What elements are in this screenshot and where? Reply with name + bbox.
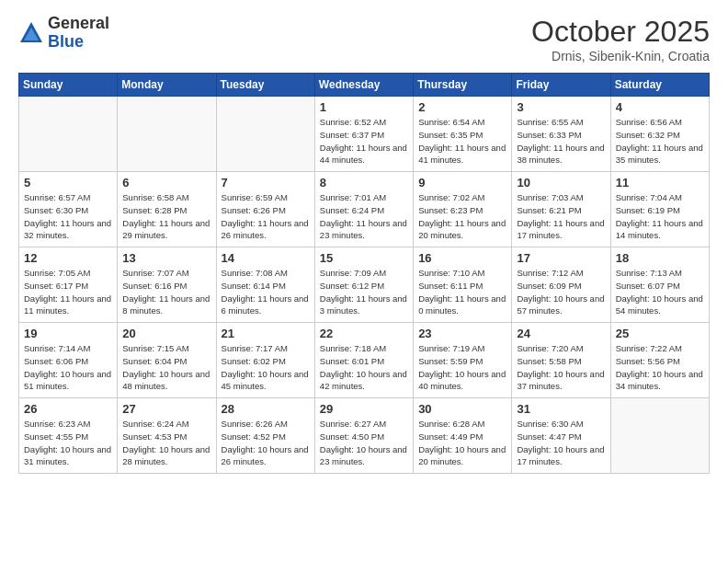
day-info: Sunrise: 7:19 AM Sunset: 5:59 PM Dayligh… — [418, 342, 506, 393]
calendar-cell: 19Sunrise: 7:14 AM Sunset: 6:06 PM Dayli… — [19, 323, 118, 398]
calendar-cell: 11Sunrise: 7:04 AM Sunset: 6:19 PM Dayli… — [610, 172, 709, 247]
day-number: 1 — [320, 100, 408, 114]
day-info: Sunrise: 7:04 AM Sunset: 6:19 PM Dayligh… — [616, 191, 704, 242]
calendar-table: SundayMondayTuesdayWednesdayThursdayFrid… — [18, 73, 710, 474]
day-info: Sunrise: 6:52 AM Sunset: 6:37 PM Dayligh… — [320, 116, 408, 167]
day-number: 29 — [320, 402, 408, 416]
calendar-cell: 26Sunrise: 6:23 AM Sunset: 4:55 PM Dayli… — [19, 398, 118, 474]
weekday-header-row: SundayMondayTuesdayWednesdayThursdayFrid… — [19, 74, 710, 97]
day-info: Sunrise: 6:24 AM Sunset: 4:53 PM Dayligh… — [122, 418, 210, 468]
day-number: 5 — [24, 176, 112, 190]
week-row-4: 19Sunrise: 7:14 AM Sunset: 6:06 PM Dayli… — [19, 323, 710, 398]
day-info: Sunrise: 6:23 AM Sunset: 4:55 PM Dayligh… — [24, 418, 112, 468]
location: Drnis, Sibenik-Knin, Croatia — [531, 49, 710, 63]
day-number: 8 — [320, 176, 408, 190]
calendar-cell: 17Sunrise: 7:12 AM Sunset: 6:09 PM Dayli… — [512, 247, 610, 323]
day-info: Sunrise: 7:13 AM Sunset: 6:07 PM Dayligh… — [616, 267, 704, 317]
calendar-cell: 6Sunrise: 6:58 AM Sunset: 6:28 PM Daylig… — [118, 172, 216, 247]
day-info: Sunrise: 6:28 AM Sunset: 4:49 PM Dayligh… — [418, 418, 506, 468]
weekday-header-saturday: Saturday — [610, 74, 709, 97]
week-row-3: 12Sunrise: 7:05 AM Sunset: 6:17 PM Dayli… — [19, 247, 710, 323]
day-number: 25 — [616, 327, 704, 340]
header: General Blue October 2025 Drnis, Sibenik… — [18, 15, 710, 63]
week-row-1: 1Sunrise: 6:52 AM Sunset: 6:37 PM Daylig… — [19, 97, 710, 172]
calendar-cell: 1Sunrise: 6:52 AM Sunset: 6:37 PM Daylig… — [314, 97, 413, 172]
day-number: 31 — [517, 402, 605, 416]
day-number: 6 — [122, 176, 210, 190]
day-info: Sunrise: 7:20 AM Sunset: 5:58 PM Dayligh… — [517, 342, 605, 393]
calendar-cell: 4Sunrise: 6:56 AM Sunset: 6:32 PM Daylig… — [610, 97, 709, 172]
logo: General Blue — [18, 15, 109, 52]
day-number: 18 — [616, 251, 704, 265]
day-number: 23 — [418, 327, 506, 340]
day-info: Sunrise: 7:07 AM Sunset: 6:16 PM Dayligh… — [122, 267, 210, 317]
day-info: Sunrise: 6:30 AM Sunset: 4:47 PM Dayligh… — [517, 418, 605, 468]
day-info: Sunrise: 6:55 AM Sunset: 6:33 PM Dayligh… — [517, 116, 605, 167]
calendar-cell: 20Sunrise: 7:15 AM Sunset: 6:04 PM Dayli… — [118, 323, 216, 398]
weekday-header-friday: Friday — [512, 74, 610, 97]
day-info: Sunrise: 7:01 AM Sunset: 6:24 PM Dayligh… — [320, 191, 408, 242]
page: General Blue October 2025 Drnis, Sibenik… — [0, 0, 728, 485]
day-number: 3 — [517, 100, 605, 114]
calendar-cell: 28Sunrise: 6:26 AM Sunset: 4:52 PM Dayli… — [216, 398, 314, 474]
day-number: 17 — [517, 251, 605, 265]
weekday-header-monday: Monday — [118, 74, 216, 97]
day-number: 4 — [616, 100, 704, 114]
weekday-header-wednesday: Wednesday — [314, 74, 413, 97]
day-info: Sunrise: 7:14 AM Sunset: 6:06 PM Dayligh… — [24, 342, 112, 393]
calendar-cell: 14Sunrise: 7:08 AM Sunset: 6:14 PM Dayli… — [216, 247, 314, 323]
calendar-cell: 27Sunrise: 6:24 AM Sunset: 4:53 PM Dayli… — [118, 398, 216, 474]
calendar-cell: 7Sunrise: 6:59 AM Sunset: 6:26 PM Daylig… — [216, 172, 314, 247]
day-info: Sunrise: 7:09 AM Sunset: 6:12 PM Dayligh… — [320, 267, 408, 317]
weekday-header-thursday: Thursday — [414, 74, 512, 97]
calendar-cell — [216, 97, 314, 172]
logo-icon — [18, 20, 44, 46]
day-number: 13 — [122, 251, 210, 265]
title-block: October 2025 Drnis, Sibenik-Knin, Croati… — [531, 15, 710, 63]
logo-blue-text: Blue — [48, 33, 109, 52]
day-info: Sunrise: 7:17 AM Sunset: 6:02 PM Dayligh… — [222, 342, 310, 393]
day-number: 7 — [222, 176, 310, 190]
calendar-cell: 8Sunrise: 7:01 AM Sunset: 6:24 PM Daylig… — [314, 172, 413, 247]
day-info: Sunrise: 6:54 AM Sunset: 6:35 PM Dayligh… — [418, 116, 506, 167]
calendar-cell: 12Sunrise: 7:05 AM Sunset: 6:17 PM Dayli… — [19, 247, 118, 323]
logo-text: General Blue — [48, 15, 109, 52]
day-number: 9 — [418, 176, 506, 190]
calendar-cell: 16Sunrise: 7:10 AM Sunset: 6:11 PM Dayli… — [414, 247, 512, 323]
calendar-cell: 29Sunrise: 6:27 AM Sunset: 4:50 PM Dayli… — [314, 398, 413, 474]
day-info: Sunrise: 7:05 AM Sunset: 6:17 PM Dayligh… — [24, 267, 112, 317]
calendar-cell: 18Sunrise: 7:13 AM Sunset: 6:07 PM Dayli… — [610, 247, 709, 323]
calendar-cell: 9Sunrise: 7:02 AM Sunset: 6:23 PM Daylig… — [414, 172, 512, 247]
calendar-cell: 10Sunrise: 7:03 AM Sunset: 6:21 PM Dayli… — [512, 172, 610, 247]
day-info: Sunrise: 7:18 AM Sunset: 6:01 PM Dayligh… — [320, 342, 408, 393]
day-info: Sunrise: 6:27 AM Sunset: 4:50 PM Dayligh… — [320, 418, 408, 468]
day-number: 22 — [320, 327, 408, 340]
day-info: Sunrise: 7:15 AM Sunset: 6:04 PM Dayligh… — [122, 342, 210, 393]
day-info: Sunrise: 6:58 AM Sunset: 6:28 PM Dayligh… — [122, 191, 210, 242]
calendar-cell: 25Sunrise: 7:22 AM Sunset: 5:56 PM Dayli… — [610, 323, 709, 398]
calendar-cell: 13Sunrise: 7:07 AM Sunset: 6:16 PM Dayli… — [118, 247, 216, 323]
calendar-cell: 15Sunrise: 7:09 AM Sunset: 6:12 PM Dayli… — [314, 247, 413, 323]
day-number: 15 — [320, 251, 408, 265]
calendar-cell: 3Sunrise: 6:55 AM Sunset: 6:33 PM Daylig… — [512, 97, 610, 172]
day-number: 11 — [616, 176, 704, 190]
day-info: Sunrise: 7:03 AM Sunset: 6:21 PM Dayligh… — [517, 191, 605, 242]
calendar-cell: 23Sunrise: 7:19 AM Sunset: 5:59 PM Dayli… — [414, 323, 512, 398]
day-info: Sunrise: 7:02 AM Sunset: 6:23 PM Dayligh… — [418, 191, 506, 242]
week-row-5: 26Sunrise: 6:23 AM Sunset: 4:55 PM Dayli… — [19, 398, 710, 474]
day-info: Sunrise: 7:12 AM Sunset: 6:09 PM Dayligh… — [517, 267, 605, 317]
day-number: 16 — [418, 251, 506, 265]
day-number: 20 — [122, 327, 210, 340]
day-number: 27 — [122, 402, 210, 416]
logo-general-text: General — [48, 15, 109, 33]
day-number: 10 — [517, 176, 605, 190]
calendar-cell — [19, 97, 118, 172]
day-number: 30 — [418, 402, 506, 416]
calendar-cell: 5Sunrise: 6:57 AM Sunset: 6:30 PM Daylig… — [19, 172, 118, 247]
calendar-cell: 2Sunrise: 6:54 AM Sunset: 6:35 PM Daylig… — [414, 97, 512, 172]
day-info: Sunrise: 6:26 AM Sunset: 4:52 PM Dayligh… — [222, 418, 310, 468]
week-row-2: 5Sunrise: 6:57 AM Sunset: 6:30 PM Daylig… — [19, 172, 710, 247]
day-number: 26 — [24, 402, 112, 416]
day-info: Sunrise: 7:08 AM Sunset: 6:14 PM Dayligh… — [222, 267, 310, 317]
month-title: October 2025 — [531, 15, 710, 49]
